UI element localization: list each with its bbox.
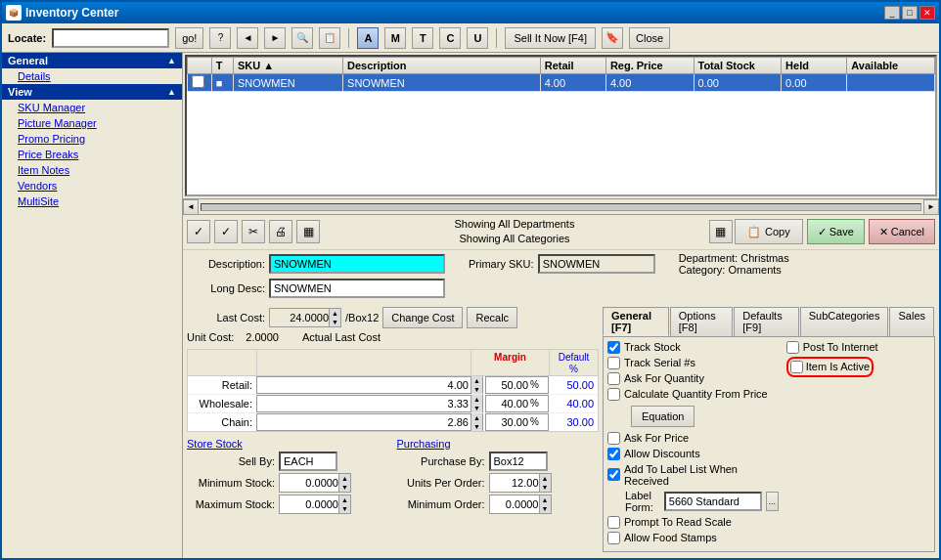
label-form-input[interactable]: [664, 492, 762, 511]
scan-button[interactable]: 📋: [319, 27, 340, 49]
min-stock-up[interactable]: ▲: [338, 474, 350, 483]
view-icon[interactable]: ▦: [296, 220, 320, 243]
sidebar-item-sku-manager[interactable]: SKU Manager: [2, 100, 182, 115]
back-button[interactable]: ◄: [237, 27, 258, 49]
chain-up[interactable]: ▲: [470, 413, 482, 422]
horizontal-scrollbar[interactable]: ◄ ►: [183, 198, 939, 214]
label-form-row: Label Form: ...: [607, 490, 779, 513]
tab-general[interactable]: General [F7]: [603, 307, 669, 336]
mode-u-button[interactable]: U: [467, 27, 488, 49]
copy-button[interactable]: 📋 Copy: [735, 219, 803, 244]
mode-m-button[interactable]: M: [384, 27, 406, 49]
browse-button[interactable]: ...: [766, 492, 779, 511]
min-order-up[interactable]: ▲: [539, 495, 551, 504]
mode-t-button[interactable]: T: [412, 27, 433, 49]
grid-icon[interactable]: ▦: [709, 220, 733, 243]
prompt-scale-checkbox[interactable]: [607, 516, 620, 529]
chain-margin-input[interactable]: [486, 414, 530, 430]
add-to-label-checkbox[interactable]: [607, 468, 620, 481]
sell-by-input[interactable]: [279, 452, 337, 471]
allow-discounts-checkbox[interactable]: [607, 448, 620, 460]
close-button[interactable]: Close: [629, 27, 670, 49]
scroll-track[interactable]: [201, 203, 921, 211]
retail-up[interactable]: ▲: [470, 376, 482, 385]
max-stock-down[interactable]: ▼: [338, 504, 350, 513]
track-stock-checkbox[interactable]: [607, 341, 620, 354]
print-icon[interactable]: 🖨: [269, 220, 292, 243]
checkmark-icon[interactable]: ✓: [187, 220, 210, 243]
equation-button[interactable]: Equation: [631, 406, 695, 427]
units-up[interactable]: ▲: [539, 474, 551, 483]
ask-price-checkbox[interactable]: [607, 432, 620, 445]
wholesale-price-input[interactable]: [257, 396, 470, 411]
max-stock-up[interactable]: ▲: [338, 495, 350, 504]
min-stock-down[interactable]: ▼: [338, 483, 350, 492]
sidebar-item-multisite[interactable]: MultiSite: [2, 194, 182, 209]
sidebar-item-vendors[interactable]: Vendors: [2, 178, 182, 194]
wholesale-up[interactable]: ▲: [470, 395, 482, 404]
sell-it-now-button[interactable]: Sell It Now [F4]: [505, 27, 596, 49]
last-cost-up[interactable]: ▲: [329, 309, 340, 318]
scroll-left-button[interactable]: ◄: [183, 199, 199, 215]
maximize-button[interactable]: □: [902, 6, 918, 20]
calc-qty-checkbox[interactable]: [607, 388, 620, 401]
post-internet-checkbox[interactable]: [786, 341, 799, 354]
retail-margin-input[interactable]: [486, 377, 530, 393]
save-button[interactable]: ✓ Save: [807, 219, 865, 244]
primary-sku-input[interactable]: [538, 254, 655, 274]
last-cost-input[interactable]: [270, 309, 329, 326]
bookmark-button[interactable]: 🔖: [602, 27, 623, 49]
search-button[interactable]: 🔍: [291, 27, 313, 49]
mode-a-button[interactable]: A: [357, 27, 379, 49]
row-check-input[interactable]: [192, 75, 204, 88]
max-stock-input[interactable]: [280, 495, 338, 513]
scissors-icon[interactable]: ✂: [242, 220, 265, 243]
chain-down[interactable]: ▼: [470, 422, 482, 431]
cancel-button[interactable]: ✕ Cancel: [869, 219, 935, 244]
wholesale-margin-input[interactable]: [486, 396, 530, 411]
min-order-input[interactable]: [490, 495, 539, 513]
sidebar-item-picture-manager[interactable]: Picture Manager: [2, 115, 182, 131]
units-down[interactable]: ▼: [539, 483, 551, 492]
purchasing-section: Purchasing Purchase By: Units Per Order:: [397, 438, 600, 516]
min-order-down[interactable]: ▼: [539, 504, 551, 513]
tab-options[interactable]: Options [F8]: [670, 307, 734, 336]
row-checkbox[interactable]: [188, 74, 212, 92]
chain-price-input[interactable]: [257, 414, 470, 430]
go-button[interactable]: go!: [175, 27, 203, 49]
purchase-by-input[interactable]: [489, 452, 548, 471]
tab-sales[interactable]: Sales: [889, 307, 934, 336]
units-per-order-input[interactable]: [490, 474, 539, 492]
recalc-button[interactable]: Recalc: [467, 307, 517, 328]
allow-food-checkbox[interactable]: [607, 532, 620, 544]
scroll-right-button[interactable]: ►: [923, 199, 939, 215]
description-input[interactable]: [269, 254, 445, 274]
ask-qty-checkbox[interactable]: [607, 372, 620, 385]
long-desc-input[interactable]: [269, 279, 445, 298]
sidebar-item-details[interactable]: Details: [2, 68, 182, 84]
tab-defaults[interactable]: Defaults [F9]: [734, 307, 798, 336]
partial-check-icon[interactable]: ✓: [214, 220, 238, 243]
sidebar-view-section[interactable]: View ▲: [2, 84, 182, 100]
item-active-checkbox[interactable]: [790, 361, 803, 373]
locate-input[interactable]: [52, 28, 169, 48]
sidebar-item-price-breaks[interactable]: Price Breaks: [2, 147, 182, 162]
sidebar-general-section[interactable]: General ▲: [2, 53, 182, 68]
sidebar-item-item-notes[interactable]: Item Notes: [2, 162, 182, 178]
tab-subcategories[interactable]: SubCategories: [800, 307, 889, 336]
forward-button[interactable]: ►: [264, 27, 286, 49]
minimize-button[interactable]: _: [884, 6, 900, 20]
retail-price-input[interactable]: [257, 377, 470, 393]
retail-down[interactable]: ▼: [470, 385, 482, 394]
wholesale-down[interactable]: ▼: [470, 404, 482, 412]
title-buttons: _ □ ✕: [884, 6, 935, 20]
track-serial-checkbox[interactable]: [607, 357, 620, 369]
sidebar-item-promo-pricing[interactable]: Promo Pricing: [2, 131, 182, 147]
change-cost-button[interactable]: Change Cost: [382, 307, 463, 328]
last-cost-down[interactable]: ▼: [329, 318, 340, 326]
close-window-button[interactable]: ✕: [919, 6, 935, 20]
table-row[interactable]: ■ SNOWMEN SNOWMEN 4.00 4.00 0.00 0.00: [188, 74, 935, 92]
min-stock-input[interactable]: [280, 474, 338, 492]
help-button[interactable]: ?: [209, 27, 231, 49]
mode-c-button[interactable]: C: [439, 27, 461, 49]
